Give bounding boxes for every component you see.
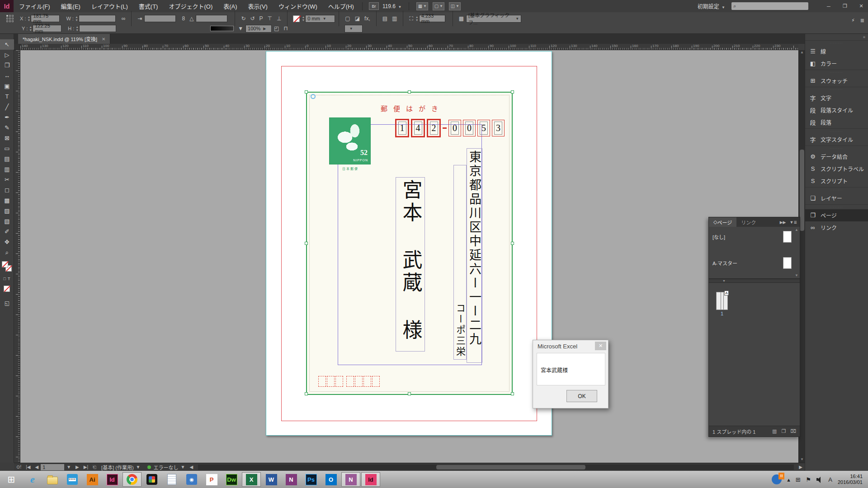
taskbar-illustrator[interactable]: Ai <box>83 472 102 487</box>
page-number-field[interactable]: 1 <box>41 464 64 470</box>
type-tool[interactable]: T <box>0 91 14 102</box>
bridge-button[interactable]: Br <box>369 2 379 10</box>
align-bottom-icon[interactable]: ⊥ <box>277 15 281 22</box>
menu-item-0[interactable]: ファイル(F) <box>14 0 56 12</box>
stroke-color-swatch[interactable] <box>210 26 234 31</box>
pages-tab[interactable]: ◇ ページ <box>709 217 736 227</box>
h-field[interactable] <box>79 25 116 32</box>
selection-handle[interactable] <box>305 90 308 94</box>
frame-tool[interactable]: ⊠ <box>0 133 14 143</box>
scale-x-field[interactable] <box>144 15 176 22</box>
h-scroll-thumb[interactable] <box>436 465 585 469</box>
windows-tray-icon[interactable]: ⊞ <box>796 476 801 483</box>
menu-item-6[interactable]: 表示(V) <box>243 0 273 12</box>
gradient-swatch-tool[interactable]: ▩ <box>0 195 14 206</box>
selection-handle[interactable] <box>408 90 411 94</box>
selection-tool[interactable]: ↖ <box>0 39 14 50</box>
taskbar-indesign[interactable]: Id <box>103 472 122 487</box>
quick-apply-icon[interactable]: ⚡ <box>851 18 855 23</box>
menu-item-2[interactable]: レイアウト(L) <box>86 0 133 12</box>
dock-group-handle[interactable]: ∙∙∙∙∙∙∙∙ <box>805 204 868 209</box>
dock-group-handle[interactable]: ∙∙∙∙∙∙∙∙ <box>805 87 868 92</box>
ok-button[interactable]: OK <box>566 390 597 402</box>
address-frame-1[interactable]: 東京都品川区中延六ー一ー二九 <box>467 148 482 363</box>
restore-button[interactable]: ❐ <box>838 2 852 11</box>
dock-item-links[interactable]: ∞リンク <box>805 221 868 234</box>
eyedropper-tool[interactable]: ✐ <box>0 226 14 237</box>
stroke-weight-select[interactable]: 0 mm▼ <box>305 15 335 23</box>
screen-mode-button[interactable]: ◱ <box>0 298 14 308</box>
reference-point-icon[interactable] <box>6 15 14 22</box>
arrange-documents-icon[interactable]: ◫▼ <box>449 2 461 10</box>
note-tool[interactable]: ▧ <box>0 216 14 226</box>
x-field[interactable]: 181.75 mm <box>31 15 60 22</box>
stroke-none-swatch[interactable] <box>293 15 300 22</box>
scroll-right-icon[interactable]: ▶ <box>799 465 802 469</box>
taskbar-internet-explorer[interactable]: e <box>23 472 42 487</box>
wrap-bounding-icon[interactable]: ▥ <box>392 15 397 22</box>
page-tool[interactable]: ❐ <box>0 60 14 70</box>
applied-workspace[interactable]: [基本] (作業用)▼ <box>101 464 142 471</box>
horizontal-grid-tool[interactable]: ▤ <box>0 154 14 164</box>
zoom-level-select[interactable]: 119.6 ▼ <box>382 3 401 9</box>
postal-box-0[interactable]: 1 <box>395 119 409 137</box>
menu-item-7[interactable]: ウィンドウ(W) <box>273 0 323 12</box>
page-transitions-icon[interactable]: ▥ <box>772 428 777 434</box>
dock-item-data-merge[interactable]: ⚙データ結合 <box>805 150 868 163</box>
view-options-icon[interactable]: ▦▼ <box>416 2 428 10</box>
postal-box-5[interactable]: 5 <box>477 120 490 136</box>
minimize-button[interactable]: ─ <box>822 2 835 11</box>
wrap-options2-icon[interactable]: ⊓ <box>283 25 288 32</box>
postcard-frame[interactable]: 郵便はがき 52 NIPPON 日本郵便 1420053 宮本 武蔵 様 東京都… <box>306 92 513 395</box>
dock-item-paragraph[interactable]: 段段落 <box>805 116 868 128</box>
delete-page-icon[interactable]: ⌧ <box>790 428 796 434</box>
first-page-icon[interactable]: |◀ <box>26 465 30 469</box>
selection-handle[interactable] <box>408 392 411 395</box>
horizontal-ruler[interactable]: 1401301201101009080706050403020100102030… <box>20 44 798 50</box>
object-style-select[interactable]: [基本グラフィックフ...▼ <box>466 15 521 23</box>
postal-box-3[interactable]: 0 <box>448 120 461 136</box>
opacity-select[interactable]: 100%▶ <box>245 25 272 33</box>
menu-item-3[interactable]: 書式(T) <box>133 0 164 12</box>
rotate-ccw-icon[interactable]: ↺ <box>250 15 255 22</box>
taskbar-puzzle-app[interactable] <box>142 472 161 487</box>
selection-handle[interactable] <box>511 90 514 94</box>
prev-page-icon[interactable]: ◀ <box>35 465 38 469</box>
menu-item-1[interactable]: 編集(E) <box>56 0 86 12</box>
ruler-origin-box[interactable] <box>14 44 20 50</box>
rectangle-tool[interactable]: ▭ <box>0 143 14 154</box>
taskbar-onenote-clipper[interactable]: N <box>341 472 360 487</box>
content-grabber-icon[interactable] <box>311 94 316 99</box>
links-tab[interactable]: リンク <box>736 217 760 227</box>
search-input[interactable]: ⌕ <box>731 2 808 10</box>
page-thumbnail[interactable]: A <box>716 292 728 310</box>
line-tool[interactable]: ╱ <box>0 102 14 112</box>
postal-box-2[interactable]: 2 <box>427 119 441 137</box>
hand-tool[interactable]: ✥ <box>0 237 14 247</box>
gap-tool[interactable]: ↔ <box>0 70 14 81</box>
new-page-icon[interactable]: ❐ <box>781 428 786 434</box>
selection-handle[interactable] <box>305 392 308 395</box>
close-button[interactable]: ✕ <box>854 2 868 11</box>
dock-item-layers[interactable]: ❏レイヤー <box>805 192 868 204</box>
page[interactable]: 郵便はがき 52 NIPPON 日本郵便 1420053 宮本 武蔵 様 東京都… <box>266 51 552 436</box>
scroll-down-icon[interactable]: ▼ <box>799 457 805 463</box>
fill-swatch-none[interactable] <box>2 261 8 267</box>
menu-item-8[interactable]: ヘルプ(H) <box>323 0 359 12</box>
menu-item-5[interactable]: 表(A) <box>218 0 242 12</box>
corner-options-icon[interactable]: ▢ <box>345 15 350 22</box>
wrap-options-icon[interactable]: ◰ <box>274 25 279 32</box>
vertical-grid-tool[interactable]: ▥ <box>0 164 14 174</box>
document-canvas[interactable]: 郵便はがき 52 NIPPON 日本郵便 1420053 宮本 武蔵 様 東京都… <box>20 50 798 463</box>
frame-fitting-icon[interactable]: ⛶ <box>409 15 413 22</box>
extra-select[interactable]: ▼ <box>344 25 363 33</box>
updater-tray-icon[interactable]: !! <box>772 474 782 484</box>
free-transform-tool[interactable]: ◻ <box>0 185 14 195</box>
rotate-cw-icon[interactable]: ↻ <box>241 15 245 22</box>
screen-mode-icon[interactable]: ▢▼ <box>433 2 444 10</box>
taskbar-indesign-doc[interactable]: Id <box>361 472 380 487</box>
taskbar-file-explorer[interactable] <box>43 472 62 487</box>
hidden-icons-arrow[interactable]: ▴ <box>787 476 790 483</box>
align-top-icon[interactable]: ⊤ <box>268 15 272 22</box>
panel-splitter[interactable]: ▼ <box>709 279 800 283</box>
